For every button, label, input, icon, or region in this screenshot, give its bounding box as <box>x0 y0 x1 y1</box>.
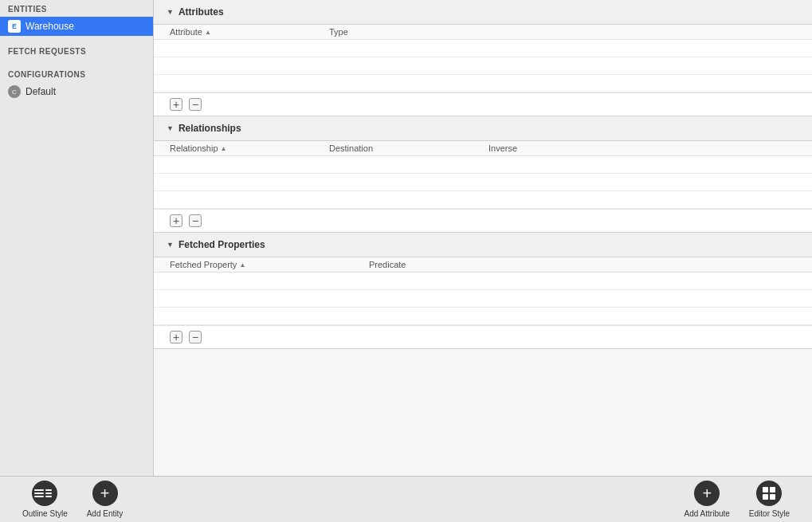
add-fetched-property-row-button[interactable]: + <box>170 331 182 343</box>
attributes-chevron-icon: ▼ <box>167 8 174 16</box>
relationships-table-header: Relationship ▲ Destination Inverse <box>154 141 812 156</box>
add-entity-icon: + <box>92 481 118 506</box>
destination-col-header: Destination <box>329 143 488 153</box>
table-row <box>154 40 812 57</box>
fetched-property-col-header: Fetched Property ▲ <box>170 260 369 269</box>
relationship-col-header: Relationship ▲ <box>170 143 329 153</box>
remove-fetched-property-row-button[interactable]: − <box>189 331 202 343</box>
add-attribute-icon: + <box>694 481 720 506</box>
attributes-table: Attribute ▲ Type + − <box>154 25 812 116</box>
attributes-table-header: Attribute ▲ Type <box>154 25 812 40</box>
table-row <box>154 156 812 174</box>
configurations-section-header: CONFIGURATIONS <box>0 65 153 82</box>
outline-style-label: Outline Style <box>22 509 68 518</box>
fetched-properties-title: Fetched Properties <box>178 239 265 250</box>
editor-style-button[interactable]: Editor Style <box>739 476 799 522</box>
fetched-properties-chevron-icon: ▼ <box>167 241 174 249</box>
toolbar-right: + Add Attribute Editor Style <box>675 476 799 522</box>
fetch-requests-section-header: FETCH REQUESTS <box>0 42 153 59</box>
relationships-table: Relationship ▲ Destination Inverse + − <box>154 141 812 232</box>
relationships-action-row: + − <box>154 209 812 232</box>
attributes-action-row: + − <box>154 92 812 116</box>
remove-attribute-row-button[interactable]: − <box>189 98 202 111</box>
table-row <box>154 75 812 92</box>
sidebar-item-warehouse[interactable]: E Warehouse <box>0 17 153 36</box>
entities-section-header: ENTITIES <box>0 0 153 17</box>
relationships-section: ▼ Relationships Relationship ▲ Destinati… <box>154 116 812 233</box>
table-row <box>154 308 812 325</box>
table-row <box>154 273 812 290</box>
main-content: ▼ Attributes Attribute ▲ Type + − <box>154 0 812 476</box>
sidebar: ENTITIES E Warehouse FETCH REQUESTS CONF… <box>0 0 154 476</box>
add-attribute-button[interactable]: + Add Attribute <box>675 476 739 522</box>
remove-relationship-row-button[interactable]: − <box>189 214 202 227</box>
toolbar-left: Outline Style + Add Entity <box>13 476 132 522</box>
bottom-toolbar: Outline Style + Add Entity + Add Attribu… <box>0 476 812 522</box>
table-row <box>154 290 812 308</box>
predicate-col-header: Predicate <box>369 260 796 269</box>
add-entity-label: Add Entity <box>87 509 124 518</box>
relationship-sort-arrow: ▲ <box>221 145 227 152</box>
entity-icon: E <box>8 20 21 33</box>
fetched-properties-action-row: + − <box>154 325 812 348</box>
attributes-section-header[interactable]: ▼ Attributes <box>154 0 812 25</box>
sidebar-item-label: Warehouse <box>25 21 74 32</box>
fetched-properties-section: ▼ Fetched Properties Fetched Property ▲ … <box>154 233 812 349</box>
table-row <box>154 57 812 75</box>
attributes-section: ▼ Attributes Attribute ▲ Type + − <box>154 0 812 116</box>
outline-style-button[interactable]: Outline Style <box>13 476 77 522</box>
fetched-properties-table: Fetched Property ▲ Predicate + − <box>154 257 812 348</box>
add-attribute-label: Add Attribute <box>685 509 730 518</box>
inverse-col-header: Inverse <box>488 143 796 153</box>
editor-style-label: Editor Style <box>749 509 790 518</box>
attribute-sort-arrow: ▲ <box>205 29 211 36</box>
editor-style-icon <box>756 481 782 506</box>
relationships-chevron-icon: ▼ <box>167 124 174 132</box>
type-col-header: Type <box>329 27 796 37</box>
sidebar-item-config-label: Default <box>25 86 56 97</box>
fetched-properties-table-header: Fetched Property ▲ Predicate <box>154 257 812 273</box>
fetched-properties-section-header[interactable]: ▼ Fetched Properties <box>154 233 812 257</box>
relationships-section-header[interactable]: ▼ Relationships <box>154 116 812 141</box>
config-icon: C <box>8 85 21 98</box>
attributes-title: Attributes <box>178 6 224 18</box>
add-relationship-row-button[interactable]: + <box>170 214 182 227</box>
sidebar-item-default[interactable]: C Default <box>0 82 153 101</box>
fetched-property-sort-arrow: ▲ <box>239 261 245 269</box>
table-row <box>154 174 812 191</box>
add-attribute-row-button[interactable]: + <box>170 98 182 111</box>
attribute-col-header: Attribute ▲ <box>170 27 329 37</box>
outline-style-icon <box>32 481 57 506</box>
relationships-title: Relationships <box>178 123 241 134</box>
table-row <box>154 191 812 209</box>
add-entity-button[interactable]: + Add Entity <box>77 476 133 522</box>
